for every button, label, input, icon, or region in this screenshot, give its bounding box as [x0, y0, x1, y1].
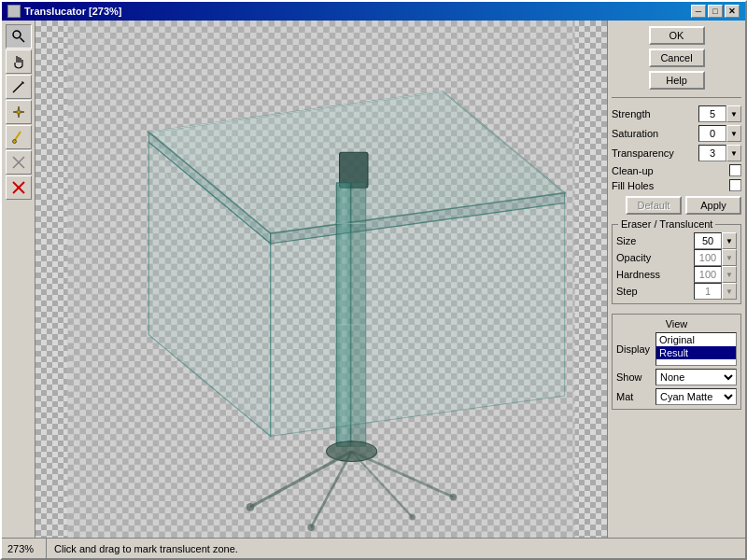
pen-tool[interactable] [6, 75, 32, 99]
right-panel: OK Cancel Help Strength ▼ Saturation [607, 21, 745, 538]
cleanup-label: Clean-up [612, 165, 654, 176]
saturation-field: ▼ [698, 125, 741, 142]
checker-background [35, 21, 607, 538]
eraser-hardness-dropdown[interactable]: ▼ [722, 266, 737, 283]
transparency-dropdown[interactable]: ▼ [726, 145, 741, 161]
svg-marker-5 [13, 106, 24, 118]
minimize-button[interactable]: ─ [691, 5, 706, 18]
transparency-label: Transparency [612, 147, 674, 159]
eraser-opacity-label: Opacity [616, 252, 677, 263]
main-window: Translucator [273%] ─ □ ✕ [0, 0, 747, 560]
strength-dropdown[interactable]: ▼ [726, 105, 741, 122]
strength-row: Strength ▼ [612, 105, 741, 122]
strength-label: Strength [612, 108, 672, 119]
title-bar: Translucator [273%] ─ □ ✕ [2, 2, 745, 21]
top-buttons: OK Cancel Help [612, 24, 741, 90]
view-title: View [616, 318, 737, 329]
window-title: Translucator [273%] [24, 6, 122, 17]
display-row: Display Original Result [616, 332, 737, 366]
display-label: Display [616, 343, 652, 355]
title-bar-left: Translucator [273%] [7, 5, 122, 18]
strength-field: ▼ [698, 105, 741, 122]
mat-select-wrap: None Cyan Matte [655, 388, 737, 405]
eraser-step-input[interactable] [694, 283, 722, 300]
eraser-step-label: Step [616, 286, 677, 297]
display-result[interactable]: Result [656, 346, 736, 359]
transparency-input[interactable] [698, 145, 726, 161]
eraser-step-row: Step ▼ [616, 283, 737, 300]
saturation-dropdown[interactable]: ▼ [726, 125, 741, 142]
view-section: View Display Original Result Show [612, 314, 741, 410]
display-original[interactable]: Original [656, 333, 736, 346]
delete-tool[interactable] [6, 175, 32, 200]
svg-marker-40 [271, 203, 565, 437]
eraser-hardness-label: Hardness [616, 269, 677, 280]
close-button[interactable]: ✕ [725, 5, 740, 18]
mat-label: Mat [616, 391, 652, 402]
maximize-button[interactable]: □ [708, 5, 723, 18]
show-label: Show [616, 371, 652, 383]
eraser-size-input[interactable] [694, 232, 722, 249]
eraser-opacity-field: ▼ [694, 249, 737, 266]
eraser-hardness-input[interactable] [694, 266, 722, 283]
brush-tool[interactable] [6, 125, 32, 149]
fill-holes-row: Fill Holes [612, 179, 741, 191]
status-message: Click and drag to mark translucent zone. [47, 543, 246, 554]
title-buttons: ─ □ ✕ [691, 5, 740, 18]
magic-wand-tool[interactable] [6, 100, 32, 124]
svg-point-34 [247, 503, 255, 511]
eraser-opacity-row: Opacity ▼ [616, 249, 737, 266]
show-select-wrap: None Cyan Matte [655, 369, 737, 385]
zoom-indicator: 273% [2, 539, 47, 558]
main-content: OK Cancel Help Strength ▼ Saturation [2, 21, 745, 538]
fill-holes-label: Fill Holes [612, 180, 654, 191]
default-button[interactable]: Default [626, 196, 682, 215]
app-icon [7, 5, 21, 18]
mat-row: Mat None Cyan Matte [616, 388, 737, 405]
show-row: Show None Cyan Matte [616, 369, 737, 385]
action-buttons: Default Apply [612, 196, 741, 215]
eraser-opacity-input[interactable] [694, 249, 722, 266]
eraser-size-dropdown[interactable]: ▼ [722, 232, 737, 249]
apply-button[interactable]: Apply [685, 196, 741, 215]
eraser-opacity-dropdown[interactable]: ▼ [722, 249, 737, 266]
svg-line-6 [15, 132, 21, 140]
saturation-row: Saturation ▼ [612, 125, 741, 142]
mat-dropdown[interactable]: None Cyan Matte [655, 388, 737, 405]
saturation-input[interactable] [698, 125, 726, 142]
divider-1 [612, 97, 741, 98]
transparency-row: Transparency ▼ [612, 145, 741, 161]
toolbar [2, 21, 35, 538]
canvas-area[interactable] [35, 21, 607, 538]
svg-line-1 [20, 38, 24, 43]
glass-table-image [35, 21, 607, 538]
cleanup-checkbox[interactable] [729, 164, 741, 176]
transparency-field: ▼ [698, 145, 741, 161]
svg-point-36 [307, 524, 315, 531]
eraser-size-row: Size ▼ [616, 232, 737, 249]
eraser-group: Eraser / Translucent Size ▼ Opacity ▼ [612, 224, 741, 304]
eraser-step-dropdown[interactable]: ▼ [722, 283, 737, 300]
svg-point-35 [449, 494, 457, 501]
show-dropdown[interactable]: None Cyan Matte [655, 369, 737, 385]
svg-point-37 [410, 514, 416, 521]
ok-button[interactable]: OK [649, 26, 705, 45]
display-list[interactable]: Original Result [655, 332, 737, 366]
view-box: View Display Original Result Show [612, 314, 741, 410]
svg-point-7 [12, 140, 16, 144]
hand-tool[interactable] [6, 49, 32, 74]
zoom-tool[interactable] [6, 24, 32, 49]
cross-tool[interactable] [6, 150, 32, 175]
eraser-group-title: Eraser / Translucent [618, 218, 715, 230]
help-button[interactable]: Help [649, 71, 705, 90]
params-section: Strength ▼ Saturation ▼ Transpar [612, 105, 741, 215]
strength-input[interactable] [698, 105, 726, 122]
eraser-step-field: ▼ [694, 283, 737, 300]
svg-point-0 [13, 31, 21, 38]
fill-holes-checkbox[interactable] [729, 179, 741, 191]
cancel-button[interactable]: Cancel [649, 49, 705, 67]
eraser-hardness-row: Hardness ▼ [616, 266, 737, 283]
cleanup-row: Clean-up [612, 164, 741, 176]
eraser-size-field: ▼ [694, 232, 737, 249]
eraser-hardness-field: ▼ [694, 266, 737, 283]
